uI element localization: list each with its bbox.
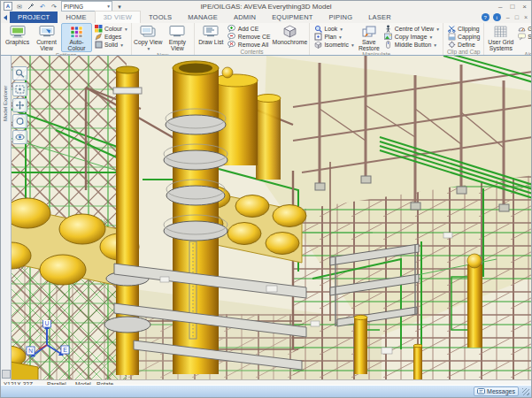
balloon-plus-icon [227, 25, 236, 33]
maximize-button[interactable]: □ [510, 3, 514, 11]
tab-tools[interactable]: TOOLS [141, 11, 180, 23]
person-icon [384, 25, 393, 33]
balloon-minus-icon [227, 33, 236, 41]
mail-icon[interactable]: ✉ [15, 3, 24, 11]
empty-view-button[interactable]: Empty View [163, 23, 192, 52]
image-icon [384, 33, 393, 41]
side-panel-tab-label[interactable]: Model Explorer [3, 59, 8, 121]
current-view-button[interactable]: Current View [32, 23, 61, 52]
copy-view-icon [140, 25, 156, 38]
3d-model-rendering[interactable] [1, 56, 532, 380]
isometric-cube-icon [313, 41, 322, 49]
ribbon-group-contents: Draw List Add CE Remove CE [195, 23, 311, 55]
zoom-tool-button[interactable] [12, 66, 27, 80]
user-grid-systems-button[interactable]: User Grid Systems [486, 23, 515, 51]
middle-button-button[interactable]: Middle Button ▾ [382, 41, 441, 49]
plan-icon [313, 33, 322, 41]
application-window: A ✉ ↶ ↷ PIPING ▾ ▾ IPE/OILGAS: AVEVA Eve… [0, 0, 532, 398]
centre-of-view-button[interactable]: Centre of View ▾ [382, 25, 441, 33]
colour-button[interactable]: Colour ▾ [92, 25, 129, 33]
axis-up-label: U [44, 320, 49, 326]
mouse-icon [384, 41, 393, 49]
tab-manage[interactable]: MANAGE [180, 11, 226, 23]
app-menu-icon[interactable] [4, 15, 7, 20]
tab-admin[interactable]: ADMIN [226, 11, 264, 23]
tab-project[interactable]: PROJECT [10, 11, 58, 23]
child-close-button[interactable]: × [524, 14, 528, 20]
show-tooltips-button[interactable]: Show Tooltips [515, 33, 532, 41]
graphical-aids-button[interactable]: Graphical Aids ▾ [515, 25, 532, 33]
graphics-button[interactable]: Graphics [3, 23, 32, 52]
axis-indicator: U N E [26, 320, 70, 364]
draw-list-button[interactable]: Draw List [197, 23, 226, 49]
tab-3d-view[interactable]: 3D VIEW [95, 11, 141, 23]
orbit-tool-button[interactable] [12, 114, 27, 128]
minimize-button[interactable]: – [498, 3, 502, 11]
look-button[interactable]: Look ▾ [312, 25, 355, 33]
ribbon-group-new: Copy View ▾ Empty View New [132, 23, 195, 55]
zoom-window-tool-button[interactable] [12, 82, 27, 96]
capping-button[interactable]: Capping [445, 33, 482, 41]
tab-home[interactable]: HOME [58, 11, 94, 23]
pan-tool-button[interactable] [12, 98, 27, 112]
dropdown-caret-icon: ▾ [429, 34, 432, 40]
title-bar: A ✉ ↶ ↷ PIPING ▾ ▾ IPE/OILGAS: AVEVA Eve… [1, 1, 531, 11]
dropdown-caret-icon: ▾ [351, 42, 354, 48]
scissors-icon [447, 25, 456, 33]
cube-icon [283, 25, 297, 38]
redo-icon[interactable]: ↷ [50, 3, 58, 11]
child-minimize-button[interactable]: – [506, 14, 510, 20]
tab-equipment[interactable]: EQUIPMENT [264, 11, 320, 23]
axis-north-label: N [28, 348, 33, 354]
grid-icon [494, 25, 507, 38]
isometric-button[interactable]: Isometric ▾ [312, 41, 355, 49]
auto-colour-button[interactable]: Auto-Colour [61, 23, 92, 52]
save-restore-icon [362, 25, 376, 38]
current-view-icon [39, 25, 55, 38]
help-icon[interactable]: ? [482, 13, 490, 21]
chevron-down-icon: ▾ [107, 4, 110, 9]
define-button[interactable]: Define [445, 41, 482, 49]
plan-button[interactable]: Plan ▾ [312, 33, 355, 41]
dropdown-caret-icon: ▾ [339, 34, 342, 40]
side-panel-collapsed-bar[interactable]: Model Explorer [1, 56, 12, 380]
capping-icon [447, 33, 456, 41]
close-button[interactable]: × [522, 3, 527, 11]
edges-icon [94, 33, 103, 41]
add-ce-button[interactable]: Add CE [226, 25, 273, 33]
ribbon-group-aids: User Grid Systems Graphical Aids ▾ [484, 23, 532, 55]
messages-button[interactable]: Messages [474, 387, 519, 396]
connect-icon[interactable] [27, 3, 35, 11]
resize-grip[interactable] [522, 388, 529, 395]
copy-view-button[interactable]: Copy View ▾ [134, 23, 163, 52]
qat-customize-icon[interactable]: ▾ [115, 3, 124, 11]
ribbon-group-clip-and-cap: Clipping Capping Define [443, 23, 484, 55]
dropdown-caret-icon: ▾ [434, 42, 436, 48]
remove-all-button[interactable]: Remove All [226, 41, 273, 49]
discipline-combobox-value: PIPING [64, 4, 83, 10]
remove-ce-button[interactable]: Remove CE [226, 33, 273, 41]
colour-grid-icon [94, 25, 103, 33]
ribbon-group-settings: Graphics Current View Auto-Colour [1, 23, 132, 55]
solid-button[interactable]: Solid ▾ [92, 41, 129, 49]
balloon-cross-icon [227, 41, 236, 49]
axis-east-label: E [63, 347, 67, 353]
clipping-button[interactable]: Clipping [445, 25, 482, 33]
walk-tool-button[interactable] [12, 130, 27, 144]
empty-view-icon [169, 25, 185, 38]
ribbon-tab-row: PROJECT HOME 3D VIEW TOOLS MANAGE ADMIN … [1, 11, 531, 24]
side-panel-grip-icon[interactable] [2, 370, 11, 379]
edges-button[interactable]: Edges [92, 33, 129, 41]
child-restore-button[interactable]: □ [515, 14, 519, 20]
copy-image-button[interactable]: Copy Image ▾ [382, 33, 441, 41]
save-restore-button[interactable]: Save Restore [356, 23, 382, 51]
dropdown-caret-icon: ▾ [120, 42, 123, 48]
3d-viewport[interactable]: Model Explorer [1, 55, 531, 388]
dropdown-caret-icon: ▾ [436, 27, 439, 32]
aveva-logo-icon[interactable]: A [4, 2, 12, 11]
tab-laser[interactable]: LASER [360, 11, 399, 23]
tab-piping[interactable]: PIPING [321, 11, 361, 23]
info-icon[interactable]: i [493, 13, 501, 21]
monochrome-button[interactable]: Monochrome [272, 23, 307, 49]
undo-icon[interactable]: ↶ [38, 3, 47, 11]
